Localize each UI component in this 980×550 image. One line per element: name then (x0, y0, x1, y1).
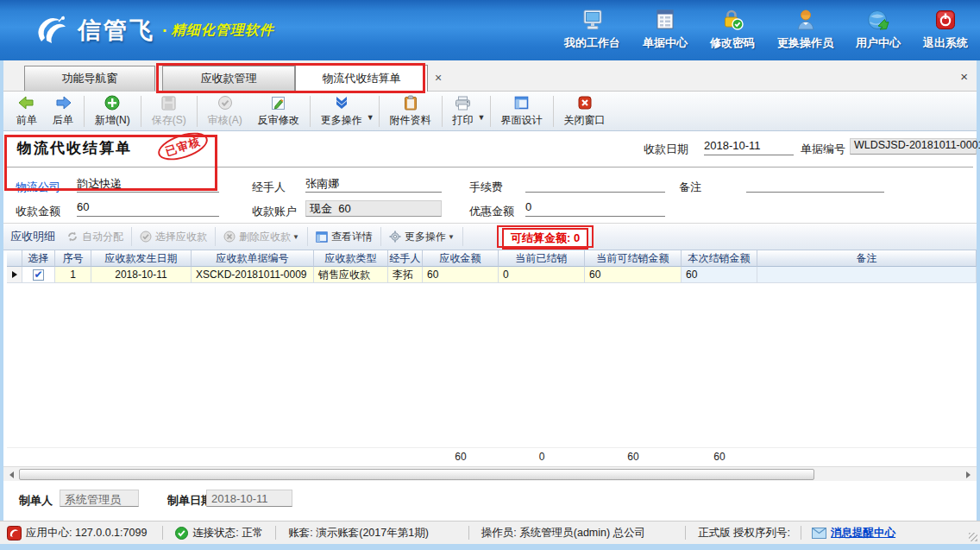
logistics-company-field[interactable]: 韵达快递 (77, 176, 219, 193)
status-separator (275, 526, 276, 540)
close-x-icon (578, 94, 592, 111)
footer-fields: 制单人 系统管理员 制单日期 2018-10-11 (3, 481, 977, 521)
table-row[interactable]: ✔ 1 2018-10-11 XSCKD-20181011-0009 销售应收款… (7, 267, 977, 283)
add-new-button[interactable]: 新增(N) (87, 92, 138, 130)
tab-receivables-mgmt[interactable]: 应收款管理 (162, 66, 295, 91)
cell-date: 2018-10-11 (91, 267, 192, 283)
col-header-available[interactable]: 当前可结销金额 (585, 250, 682, 267)
scroll-right-arrow[interactable] (963, 469, 974, 480)
fee-field[interactable] (525, 176, 665, 193)
col-header-select[interactable]: 选择 (22, 250, 55, 267)
scroll-left-arrow[interactable] (6, 469, 17, 480)
tab-close-icon[interactable]: × (435, 71, 442, 85)
message-center-link[interactable]: 消息提醒中心 (831, 526, 895, 541)
nav-switch-operator[interactable]: 更换操作员 (777, 7, 833, 51)
attachments-button[interactable]: 附件资料 (382, 92, 439, 130)
tab-strip: 功能导航窗 应收款管理 物流代收结算单 × × (3, 60, 977, 92)
settleable-amount-badge: 可结算金额: 0 (502, 228, 588, 250)
dropdown-caret-icon[interactable]: ▼ (478, 113, 486, 122)
unaudit-edit-button[interactable]: 反审修改 (250, 92, 307, 130)
row-marker-cell (7, 267, 22, 283)
receipt-date-field[interactable]: 2018-10-11 (704, 139, 794, 155)
row-checkbox-checked[interactable]: ✔ (33, 269, 44, 281)
settleable-amount-value: 0 (574, 231, 580, 244)
cell-this-settle[interactable]: 60 (682, 267, 757, 283)
license-status: 正式版 授权序列号: (698, 526, 790, 541)
toolbar-separator (379, 96, 380, 127)
operator-status: 操作员: 系统管理员(admin) 总公司 (481, 526, 645, 541)
col-header-amount[interactable]: 应收金额 (423, 250, 499, 267)
window-border-bottom (0, 544, 980, 550)
dropdown-caret-icon[interactable]: ▼ (367, 113, 374, 122)
col-header-docno[interactable]: 应收款单据编号 (192, 250, 314, 267)
app-center-status: 应用中心: 127.0.0.1:7099 (7, 526, 147, 541)
detail-window-icon (316, 231, 328, 243)
arrow-right-icon (54, 94, 72, 111)
receivables-grid: 选择 序号 应收款发生日期 应收款单据编号 应收款类型 经手人 应收金额 当前已… (3, 250, 977, 466)
document-form: 物流代收结算单 已审核 收款日期 2018-10-11 单据编号 WLDSJSD… (3, 131, 977, 223)
app-window: 信管飞 · 精细化管理软件 我的工作台 (0, 0, 980, 550)
tabstrip-close-icon[interactable]: × (960, 69, 968, 84)
toolbar-separator (84, 96, 85, 127)
auto-allocate-button: 自动分配 (60, 227, 129, 247)
col-header-type[interactable]: 应收款类型 (314, 250, 388, 267)
grid-corner-cell (7, 250, 22, 267)
nav-exit-system[interactable]: 退出系统 (923, 7, 968, 51)
handler-field[interactable]: 张南娜 (305, 176, 442, 193)
discount-field[interactable]: 0 (525, 200, 665, 217)
receipt-date-label: 收款日期 (644, 142, 688, 157)
nav-user-center[interactable]: 用户中心 (856, 7, 901, 51)
status-separator (685, 526, 686, 540)
detail-separator (380, 227, 381, 246)
summary-row: 60 0 60 60 (7, 447, 977, 465)
col-header-this-settle[interactable]: 本次结销金额 (682, 250, 757, 267)
document-title: 物流代收结算单 (17, 138, 132, 158)
audited-stamp: 已审核 (154, 127, 210, 165)
col-header-settled[interactable]: 当前已结销 (499, 250, 585, 267)
horizontal-scrollbar[interactable] (3, 466, 977, 481)
fee-label: 手续费 (469, 180, 503, 195)
close-window-button[interactable]: 关闭窗口 (556, 92, 613, 130)
dropdown-caret-icon[interactable]: ▼ (448, 233, 455, 241)
clipboard-icon (404, 94, 418, 111)
grid-header-row: 选择 序号 应收款发生日期 应收款单据编号 应收款类型 经手人 应收金额 当前已… (7, 250, 977, 267)
resize-grip[interactable] (969, 533, 977, 541)
remark-field[interactable] (746, 176, 884, 193)
brand: 信管飞 · 精细化管理软件 (33, 12, 274, 48)
col-header-handler[interactable]: 经手人 (388, 250, 423, 267)
amount-field[interactable]: 60 (77, 200, 219, 217)
next-doc-button[interactable]: 后单 (45, 92, 81, 130)
audit-button: 审核(A) (200, 92, 250, 130)
nav-document-center[interactable]: 单据中心 (643, 7, 688, 51)
col-header-seq[interactable]: 序号 (55, 250, 91, 267)
delete-receivable-button: 删除应收款 ▼ (217, 227, 305, 247)
nav-my-workbench[interactable]: 我的工作台 (564, 7, 620, 51)
window-design-icon (514, 94, 529, 111)
status-separator (468, 526, 469, 540)
row-select-cell[interactable]: ✔ (22, 267, 55, 283)
detail-separator (131, 227, 132, 246)
detail-more-actions-button[interactable]: 更多操作 ▼ (383, 227, 461, 247)
account-field[interactable]: 现金 60 (305, 200, 442, 217)
more-actions-button[interactable]: 更多操作 (313, 92, 370, 130)
nav-change-password[interactable]: 修改密码 (710, 7, 755, 51)
col-header-date[interactable]: 应收款发生日期 (91, 250, 192, 267)
print-button[interactable]: 打印 (445, 92, 481, 130)
scrollbar-thumb[interactable] (19, 469, 814, 480)
mail-envelope-icon (812, 528, 826, 539)
tab-logistics-settlement[interactable]: 物流代收结算单 (295, 65, 428, 92)
summary-amount: 60 (423, 448, 499, 465)
top-nav: 我的工作台 单据中心 (542, 7, 968, 51)
prev-doc-button[interactable]: 前单 (9, 92, 45, 130)
toolbar-separator (141, 96, 141, 127)
arrow-left-icon (18, 94, 35, 111)
cell-remark[interactable] (757, 267, 977, 283)
top-header-bar: 信管飞 · 精细化管理软件 我的工作台 (0, 0, 980, 60)
title-divider (7, 167, 973, 168)
col-header-remark[interactable]: 备注 (757, 250, 977, 267)
brand-subtitle: 精细化管理软件 (172, 22, 274, 40)
ui-design-button[interactable]: 界面设计 (493, 92, 550, 130)
tab-function-nav[interactable]: 功能导航窗 (24, 66, 155, 91)
view-details-button[interactable]: 查看详情 (310, 227, 379, 247)
detail-section-title: 应收明细 (10, 229, 55, 244)
